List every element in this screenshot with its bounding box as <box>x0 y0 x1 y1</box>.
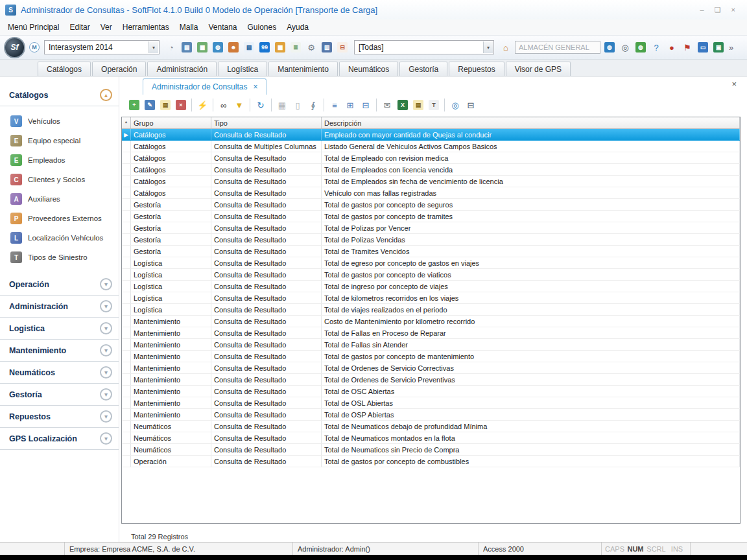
column-header-grupo[interactable]: Grupo <box>131 117 211 128</box>
company-combo[interactable]: Interasystem 2014 ▾ <box>44 40 160 54</box>
report-list-icon[interactable]: ≣ <box>289 40 303 54</box>
table-row[interactable]: MantenimientoConsulta de ResultadoTotal … <box>122 339 740 351</box>
tab-logistica[interactable]: Logística <box>218 62 267 76</box>
company-building-icon[interactable]: ▤ <box>180 40 194 54</box>
tab-mantenimiento[interactable]: Mantenimiento <box>268 62 338 76</box>
table-row[interactable]: OperaciónConsulta de ResultadoTotal de g… <box>122 456 740 467</box>
view-record-icon[interactable]: ▤ <box>158 98 172 112</box>
table-row[interactable]: LogísticaConsulta de ResultadoTotal de g… <box>122 269 740 281</box>
sidebar-item-equipo-especial[interactable]: EEquipo especial <box>0 131 119 150</box>
status-pie-icon[interactable]: ◔ <box>164 40 178 54</box>
sidebar-header-gestoria[interactable]: Gestoría▾ <box>0 384 119 406</box>
photo-icon[interactable]: ▦ <box>195 40 209 54</box>
expand-arrow-icon[interactable]: ▾ <box>100 322 112 334</box>
flag-icon[interactable]: ⚑ <box>680 40 694 54</box>
delete-record-icon[interactable]: × <box>174 98 188 112</box>
tab-operacion[interactable]: Operación <box>92 62 146 76</box>
tab-neumaticos[interactable]: Neumáticos <box>339 62 398 76</box>
table-row[interactable]: GestoríaConsulta de ResultadoTotal de Tr… <box>122 246 740 257</box>
expand-arrow-icon[interactable]: ▾ <box>100 300 112 312</box>
tab-visor-de-gps[interactable]: Visor de GPS <box>506 62 571 76</box>
email-icon[interactable]: ✉ <box>380 98 394 112</box>
tab-close-icon[interactable]: × <box>253 82 257 91</box>
help-icon[interactable]: ? <box>649 40 663 54</box>
txt-export-icon[interactable]: T <box>427 98 441 112</box>
staff-icon[interactable]: ☻ <box>226 40 241 54</box>
menu-ver[interactable]: Ver <box>95 21 117 34</box>
table-row[interactable]: CatálogosConsulta de Multiples ColumnasL… <box>122 141 740 152</box>
collapse-nodes-icon[interactable]: ⊟ <box>359 98 373 112</box>
add-record-icon[interactable]: + <box>127 98 141 112</box>
group-tree-icon[interactable]: ≡ <box>327 98 342 112</box>
sidebar-item-localizacion-vehiculos[interactable]: LLocalización Vehículos <box>0 228 119 248</box>
bug-icon[interactable]: ● <box>665 40 679 54</box>
sidebar-header-gps-localizacion[interactable]: GPS Localización▾ <box>0 428 119 450</box>
menu-guiones[interactable]: Guiones <box>243 21 282 34</box>
expand-arrow-icon[interactable]: ▾ <box>100 366 112 379</box>
home-icon[interactable]: ⌂ <box>499 40 513 54</box>
table-row[interactable]: NeumáticosConsulta de ResultadoTotal de … <box>122 444 740 456</box>
menu-ayuda[interactable]: Ayuda <box>281 21 314 34</box>
collapse-arrow-icon[interactable]: ▴ <box>100 89 112 101</box>
table-row[interactable]: MantenimientoConsulta de ResultadoCosto … <box>122 316 740 327</box>
table-row[interactable]: LogísticaConsulta de ResultadoTotal de v… <box>122 304 740 316</box>
zoom-page-icon[interactable]: ◎ <box>618 40 632 54</box>
table-row[interactable]: MantenimientoConsulta de ResultadoTotal … <box>122 409 740 421</box>
sidebar-item-tipos-de-siniestro[interactable]: TTipos de Siniestro <box>0 248 119 267</box>
find-icon[interactable]: ∞ <box>217 98 231 112</box>
sidebar-header-mantenimiento[interactable]: Mantenimiento▾ <box>0 340 119 362</box>
table-row[interactable]: MantenimientoConsulta de ResultadoTotal … <box>122 386 740 397</box>
split-window-icon[interactable]: ⊟ <box>335 40 350 54</box>
table-row[interactable]: LogísticaConsulta de ResultadoTotal de k… <box>122 292 740 304</box>
table-row[interactable]: MantenimientoConsulta de ResultadoTotal … <box>122 362 740 374</box>
table-row[interactable]: MantenimientoConsulta de ResultadoTotal … <box>122 397 740 409</box>
print-icon[interactable]: ⊟ <box>464 98 478 112</box>
menu-ventana[interactable]: Ventana <box>203 21 242 34</box>
calendar-icon[interactable]: ▦ <box>273 40 287 54</box>
sidebar-item-clientes-y-socios[interactable]: CClientes y Socios <box>0 170 119 189</box>
chevron-down-icon[interactable]: ▾ <box>148 41 158 53</box>
sidebar-item-empleados[interactable]: EEmpleados <box>0 150 119 170</box>
expand-nodes-icon[interactable]: ⊞ <box>343 98 357 112</box>
globe-icon[interactable]: ◍ <box>211 40 225 54</box>
table-row[interactable]: MantenimientoConsulta de ResultadoTotal … <box>122 374 740 386</box>
sidebar-header-neumaticos[interactable]: Neumáticos▾ <box>0 362 119 384</box>
table-row[interactable]: GestoríaConsulta de ResultadoTotal de ga… <box>122 199 740 211</box>
tab-gestoria[interactable]: Gestoría <box>399 62 447 76</box>
dual-screen-icon[interactable]: ▣ <box>711 40 726 54</box>
table-row[interactable]: NeumáticosConsulta de ResultadoTotal de … <box>122 421 740 432</box>
expand-arrow-icon[interactable]: ▾ <box>100 388 112 401</box>
column-header-tipo[interactable]: Tipo <box>211 117 322 128</box>
badge-99-icon[interactable]: 99 <box>257 40 272 54</box>
sidebar-header-repuestos[interactable]: Repuestos▾ <box>0 406 119 428</box>
toolbar-overflow-icon[interactable]: » <box>729 43 733 52</box>
tab-catalogos[interactable]: Catálogos <box>38 62 91 76</box>
sidebar-header-operacion[interactable]: Operación▾ <box>0 274 119 296</box>
chevron-down-icon[interactable]: ▾ <box>483 41 493 53</box>
sidebar-item-auxiliares[interactable]: AAuxiliares <box>0 189 119 209</box>
column-header-descripcion[interactable]: Descripción <box>322 117 740 128</box>
menu-editar[interactable]: Editar <box>64 21 95 34</box>
excel-export-icon[interactable]: X <box>396 98 410 112</box>
filter-icon[interactable]: ▼ <box>232 98 246 112</box>
globe-go-icon[interactable]: ◍ <box>634 40 648 54</box>
table-row[interactable]: CatálogosConsulta de ResultadoVehículo c… <box>122 187 740 199</box>
settings-gear-icon[interactable]: ⚙ <box>304 40 318 54</box>
table-row[interactable]: LogísticaConsulta de ResultadoTotal de i… <box>122 281 740 292</box>
table-row[interactable]: LogísticaConsulta de ResultadoTotal de e… <box>122 257 740 269</box>
table-row[interactable]: GestoríaConsulta de ResultadoTotal de ga… <box>122 211 740 222</box>
table-row[interactable]: CatálogosConsulta de ResultadoTotal de E… <box>122 176 740 187</box>
minimize-button[interactable]: – <box>700 6 704 14</box>
sidebar-header-administracion[interactable]: Administración▾ <box>0 296 119 318</box>
sidebar-item-vehiculos[interactable]: VVehículos <box>0 111 119 131</box>
sidebar-header-logistica[interactable]: Logistica▾ <box>0 318 119 340</box>
execute-query-icon[interactable]: ⚡ <box>195 98 209 112</box>
new-note-icon[interactable]: ▤ <box>242 40 256 54</box>
web-link-icon[interactable]: ◍ <box>602 40 617 54</box>
table-row[interactable]: CatálogosConsulta de ResultadoTotal de E… <box>122 152 740 164</box>
edit-record-icon[interactable]: ✎ <box>143 98 157 112</box>
panel-close-icon[interactable]: × <box>731 79 737 89</box>
warehouse-field[interactable] <box>515 41 600 54</box>
filter-combo[interactable]: [Todas] ▾ <box>354 40 494 54</box>
menu-menu-principal[interactable]: Menú Principal <box>3 21 64 34</box>
